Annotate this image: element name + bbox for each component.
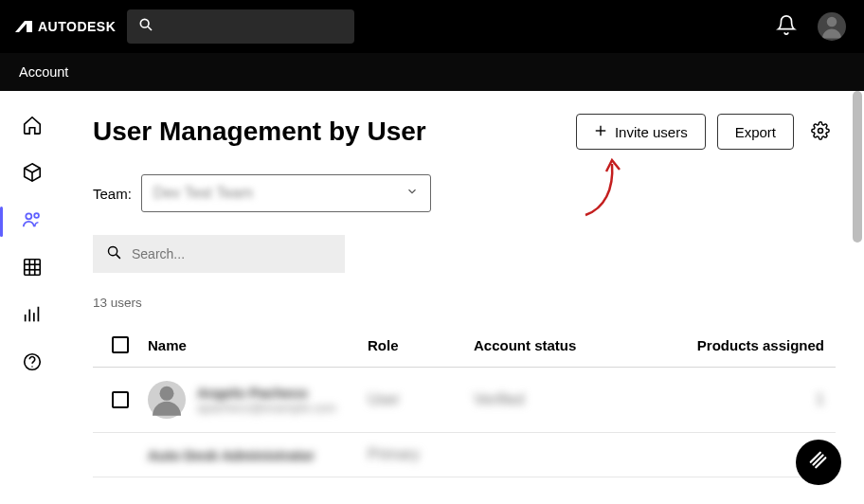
user-role: User xyxy=(368,391,474,408)
autodesk-logo-icon xyxy=(15,21,32,32)
settings-button[interactable] xyxy=(805,114,836,150)
home-icon xyxy=(22,115,43,139)
team-select[interactable]: Dev Test Team xyxy=(141,174,431,212)
chart-icon xyxy=(22,304,43,329)
bell-icon xyxy=(776,14,797,39)
column-products[interactable]: Products assigned xyxy=(612,337,836,353)
team-select-value: Dev Test Team xyxy=(153,185,253,202)
vertical-scrollbar[interactable] xyxy=(853,91,862,243)
user-count: 13 users xyxy=(93,296,836,310)
brand-text: AUTODESK xyxy=(38,19,116,34)
sidebar-item-reporting[interactable] xyxy=(13,297,51,335)
svg-point-19 xyxy=(108,246,117,255)
users-icon xyxy=(22,209,43,234)
search-icon xyxy=(138,17,153,36)
svg-point-4 xyxy=(34,213,39,218)
cube-icon xyxy=(22,162,43,187)
notifications-button[interactable] xyxy=(769,9,803,44)
select-all-checkbox[interactable] xyxy=(112,336,129,353)
feedback-fab[interactable] xyxy=(796,440,841,485)
avatar xyxy=(148,381,186,419)
table-icon xyxy=(22,257,43,281)
sidebar-item-home[interactable] xyxy=(13,108,51,146)
feedback-icon xyxy=(808,450,829,475)
chevron-down-icon xyxy=(405,185,419,202)
table-row[interactable]: Auto Desk Administrator Primary xyxy=(93,433,836,477)
top-bar: AUTODESK xyxy=(0,0,864,53)
svg-point-15 xyxy=(31,366,32,367)
table-header: Name Role Account status Products assign… xyxy=(93,323,836,368)
help-icon xyxy=(22,351,43,376)
svg-point-18 xyxy=(819,128,823,133)
svg-line-20 xyxy=(117,254,120,258)
export-button-label: Export xyxy=(735,124,776,140)
avatar-icon xyxy=(818,12,846,41)
export-button[interactable]: Export xyxy=(717,114,794,150)
brand-logo[interactable]: AUTODESK xyxy=(15,19,116,34)
column-role[interactable]: Role xyxy=(368,337,474,353)
svg-point-2 xyxy=(827,17,837,27)
nav-account[interactable]: Account xyxy=(19,64,68,80)
svg-point-21 xyxy=(160,387,174,401)
invite-button-label: Invite users xyxy=(615,124,688,140)
column-status[interactable]: Account status xyxy=(474,337,612,353)
plus-icon xyxy=(594,124,607,140)
invite-users-button[interactable]: Invite users xyxy=(576,114,706,150)
svg-point-3 xyxy=(26,213,31,219)
sidebar xyxy=(0,91,64,504)
secondary-nav: Account xyxy=(0,53,864,91)
column-name[interactable]: Name xyxy=(148,337,368,353)
team-label: Team: xyxy=(93,186,132,202)
page-title: User Management by User xyxy=(93,117,565,147)
user-status: Verified xyxy=(474,391,612,408)
users-table: Name Role Account status Products assign… xyxy=(93,323,836,477)
search-text-field[interactable] xyxy=(132,246,332,261)
user-name: Auto Desk Administrator xyxy=(148,447,315,463)
user-email: apacheco@example.com xyxy=(197,401,336,415)
profile-menu[interactable] xyxy=(815,9,849,44)
row-checkbox[interactable] xyxy=(112,391,129,408)
table-search-input[interactable] xyxy=(93,235,345,273)
user-name: Angelo Pacheco xyxy=(197,385,336,401)
gear-icon xyxy=(811,121,830,143)
sidebar-item-billing[interactable] xyxy=(13,250,51,288)
main-content: User Management by User Invite users Exp… xyxy=(64,91,864,504)
search-icon xyxy=(106,244,122,264)
user-role: Primary xyxy=(368,446,474,463)
svg-point-0 xyxy=(141,19,150,27)
svg-line-1 xyxy=(148,27,152,30)
svg-rect-5 xyxy=(25,260,41,276)
sidebar-item-products[interactable] xyxy=(13,155,51,193)
sidebar-item-users[interactable] xyxy=(13,203,51,241)
table-row[interactable]: Angelo Pacheco apacheco@example.com User… xyxy=(93,368,836,433)
sidebar-item-help[interactable] xyxy=(13,345,51,383)
global-search[interactable] xyxy=(127,9,354,44)
user-products: 1 xyxy=(612,391,836,408)
